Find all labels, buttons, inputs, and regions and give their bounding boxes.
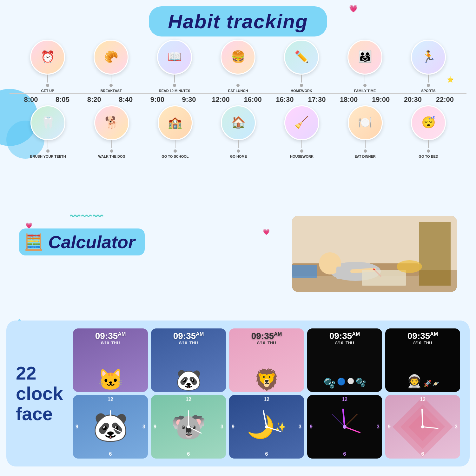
habit-walk-dog[interactable]: WALK THE DOG 🐕	[94, 105, 129, 159]
habits-bottom-row: BRUSH YOUR TEETH 🦷 WALK THE DOG 🐕 GO TO …	[10, 105, 466, 159]
clock-face-panda-fishing[interactable]: 09:35AM 8/10 THU 🐼	[151, 328, 226, 392]
clock-face-analog-dark[interactable]: 12 6 3 9	[307, 395, 382, 459]
habit-dot-b	[300, 149, 303, 153]
habit-housework[interactable]: HOUSEWORK 🧹	[284, 105, 319, 159]
habit-walk-label: WALK THE DOG	[98, 155, 125, 159]
svg-line-21	[343, 409, 345, 427]
clock-face-analog-pink[interactable]: 12 6 3 9	[385, 395, 460, 459]
habit-family-time[interactable]: 👨‍👩‍👧 FAMILY TIME	[347, 40, 382, 93]
habit-home-label: GO HOME	[230, 155, 247, 159]
habit-connector-b	[175, 140, 175, 148]
habit-breakfast[interactable]: 🥐 BREAKFAST	[94, 40, 129, 93]
habit-dot	[427, 84, 430, 87]
time-1600: 16:00	[244, 96, 261, 104]
svg-line-30	[423, 427, 438, 428]
habit-connector	[428, 75, 429, 83]
time-1630: 16:30	[276, 96, 294, 104]
habit-brush-teeth[interactable]: BRUSH YOUR TEETH 🦷	[30, 105, 66, 159]
habit-get-up-icon: ⏰	[41, 51, 55, 63]
habits-section: ⏰ GET UP 🥐 BREAKFAST 📖 READ 10 MINUTES	[0, 40, 476, 159]
svg-line-19	[267, 427, 281, 432]
svg-line-13	[110, 427, 123, 433]
habit-school-label: GO TO SCHOOL	[162, 155, 188, 159]
svg-point-11	[397, 260, 422, 273]
time-805: 8:05	[54, 96, 71, 104]
habit-get-up[interactable]: ⏰ GET UP	[30, 40, 65, 93]
digital-time-1: 09:35AM	[73, 332, 148, 340]
clock-face-analog-koala[interactable]: 🐨 12 6 3 9	[151, 395, 226, 459]
clock-face-bubbles[interactable]: 09:35AM 8/10 THU 🫧 🔵 ⚪ 🫧	[307, 328, 382, 392]
astronaut-deco: 👨‍🚀 🚀 🪐	[385, 374, 460, 389]
svg-line-18	[263, 411, 267, 427]
habit-school-icon: 🏫	[168, 117, 182, 128]
times-row: 8:00 8:05 8:20 8:40 9:00 9:30 12:00 16:0…	[10, 96, 466, 104]
habit-home-icon: 🏠	[231, 117, 246, 128]
clock-label2: face	[16, 404, 67, 424]
clock-hands-2	[151, 395, 226, 459]
habit-eat-dinner[interactable]: EAT DINNER 🍽️	[348, 105, 383, 159]
habit-bed-label: GO TO BED	[419, 155, 438, 159]
svg-line-24	[345, 414, 357, 427]
svg-point-25	[343, 425, 347, 429]
clock-face-analog-space[interactable]: 🌙 ✨ 12 6 3 9	[229, 395, 304, 459]
habit-dot	[236, 84, 240, 87]
habit-sports-label: SPORTS	[421, 89, 435, 93]
time-930: 9:30	[180, 96, 198, 104]
habit-connector	[238, 75, 238, 83]
habit-dot-b	[427, 149, 430, 153]
digital-faces-row: 09:35AM 8/10 THU 🐱 09:35AM 8/10 THU 🐼 09…	[73, 328, 460, 392]
time-2030: 20:30	[404, 96, 422, 104]
svg-rect-9	[362, 270, 406, 286]
title-box: Habit tracking	[149, 6, 327, 36]
child-photo	[292, 216, 457, 292]
habit-homework-icon: ✏️	[294, 51, 309, 63]
habit-dot	[109, 84, 113, 87]
habit-bed-icon: 😴	[421, 117, 436, 128]
bubbles-deco: 🫧 🔵 ⚪ 🫧	[307, 378, 382, 389]
calculator-label: Calculator	[48, 232, 135, 252]
habit-eat-lunch[interactable]: 🍔 EAT LUNCH	[221, 40, 255, 93]
habit-connector-b	[111, 140, 112, 148]
habit-read[interactable]: 📖 READ 10 MINUTES	[157, 40, 192, 93]
habit-dinner-icon: 🍽️	[358, 117, 372, 128]
habit-connector-b	[428, 140, 429, 148]
clock-section: 22 clock face 09:35AM 8/10 THU 🐱 09:35AM…	[6, 321, 470, 466]
digital-time-2: 09:35AM	[151, 332, 226, 340]
time-900: 9:00	[149, 96, 166, 104]
habit-sports-icon: 🏃	[421, 51, 436, 63]
habit-dog-icon: 🐕	[105, 117, 119, 128]
habit-connector	[47, 75, 48, 83]
svg-point-14	[109, 425, 112, 428]
clock-hands-4	[307, 395, 382, 459]
habit-go-home[interactable]: GO HOME 🏠	[221, 105, 256, 159]
habit-homework[interactable]: ✏️ HOMEWORK	[284, 40, 319, 93]
digital-date-3: 8/10 THU	[229, 340, 304, 345]
habit-family-label: FAMILY TIME	[354, 89, 376, 93]
clock-face-unicorn-cat[interactable]: 09:35AM 8/10 THU 🐱	[73, 328, 148, 392]
clock-face-astronaut[interactable]: 09:35AM 8/10 THU 👨‍🚀 🚀 🪐	[385, 328, 460, 392]
digital-time-4: 09:35AM	[307, 332, 382, 340]
child-scene-svg	[292, 216, 457, 292]
calculator-section: 🧮 Calculator	[19, 228, 145, 255]
habit-sports[interactable]: 🏃 SPORTS	[411, 40, 446, 93]
habit-breakfast-icon: 🥐	[104, 51, 118, 63]
clock-face-lion[interactable]: 09:35AM 8/10 THU 🦁	[229, 328, 304, 392]
habit-connector	[365, 75, 365, 83]
habit-go-school[interactable]: GO TO SCHOOL 🏫	[158, 105, 193, 159]
habit-go-bed[interactable]: GO TO BED 😴	[411, 105, 446, 159]
habit-dot-b	[174, 149, 177, 153]
habit-dinner-label: EAT DINNER	[354, 155, 375, 159]
time-1800: 18:00	[340, 96, 358, 104]
clock-face-analog-panda[interactable]: 🐼 12 6 3 9	[73, 395, 148, 459]
title-section: Habit tracking	[0, 0, 476, 36]
calculator-icon: 🧮	[24, 233, 43, 251]
habit-dot	[173, 84, 176, 87]
habit-eat-lunch-label: EAT LUNCH	[228, 89, 248, 93]
animal-unicorn-cat: 🐱	[73, 368, 148, 392]
svg-point-31	[421, 425, 424, 428]
analog-faces-row: 🐼 12 6 3 9 🐨 12 6	[73, 395, 460, 459]
habit-connector	[111, 75, 111, 83]
habit-connector-b	[48, 140, 48, 148]
digital-time-5: 09:35AM	[385, 332, 460, 340]
habit-breakfast-label: BREAKFAST	[100, 89, 122, 93]
